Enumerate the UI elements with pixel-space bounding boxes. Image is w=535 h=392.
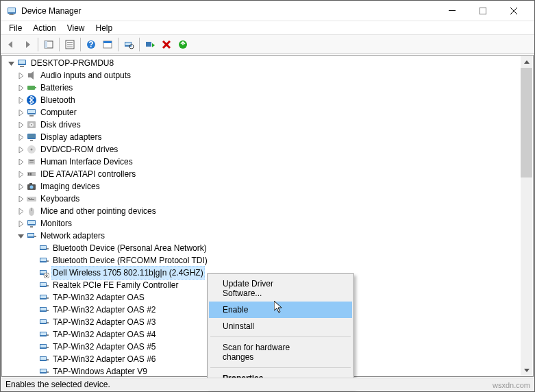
app-icon [6,5,17,16]
spacer [28,280,38,290]
expand-icon[interactable] [16,108,25,117]
scan-hardware-button[interactable] [121,37,136,52]
menu-action[interactable]: Action [27,22,61,34]
svg-rect-44 [30,173,32,175]
svg-rect-15 [103,41,112,43]
tree-category-node[interactable]: IDE ATA/ATAPI controllers [16,168,533,180]
menubar: File Action View Help [1,21,534,35]
forward-button[interactable] [20,37,35,52]
svg-text:?: ? [88,40,93,49]
svg-rect-81 [40,320,46,323]
update-button[interactable] [175,37,190,52]
expand-icon[interactable] [16,145,25,154]
hid-icon [26,156,37,167]
svg-rect-60 [34,236,36,237]
tree-category-node[interactable]: Human Interface Devices [16,156,533,168]
maximize-button[interactable] [467,1,498,21]
expand-icon[interactable] [16,83,25,93]
svg-rect-4 [449,10,456,11]
svg-rect-35 [28,134,35,138]
ctx-scan[interactable]: Scan for hardware changes [209,339,352,365]
svg-rect-7 [45,41,47,48]
tree-category-node[interactable]: Disk drives [16,119,533,131]
computer-icon [16,58,27,69]
tree-category-node[interactable]: Bluetooth [16,94,533,106]
mouse-icon [26,206,37,217]
svg-point-46 [30,186,34,189]
spacer [28,243,38,253]
svg-rect-29 [28,110,35,113]
context-menu: Update Driver Software... Enable Uninsta… [207,273,354,389]
category-label: Bluetooth [39,94,77,106]
expand-icon[interactable] [16,132,25,142]
network-adapter-icon [38,354,49,365]
tree-category-node[interactable]: Display adapters [16,131,533,143]
collapse-icon[interactable] [16,231,25,241]
tree-category-node[interactable]: DVD/CD-ROM drives [16,143,533,156]
action-button[interactable] [100,37,115,52]
svg-rect-56 [28,221,35,224]
tree-category-node[interactable]: Network adapters [16,230,533,242]
close-button[interactable] [498,1,529,21]
ctx-enable[interactable]: Enable [209,302,352,318]
tree-device-node[interactable]: Bluetooth Device (RFCOMM Protocol TDI) [28,254,533,267]
ctx-update-driver[interactable]: Update Driver Software... [209,275,352,302]
show-hide-tree-button[interactable] [41,37,56,52]
menu-view[interactable]: View [62,22,90,34]
enable-button[interactable] [142,37,158,52]
scroll-up-button[interactable] [521,56,532,68]
tree-root-node[interactable]: DESKTOP-PRGMDU8 [3,57,533,69]
tree-category-node[interactable]: Computer [16,106,533,119]
svg-rect-87 [40,345,46,347]
minimize-button[interactable] [436,1,467,21]
expand-icon[interactable] [16,182,25,191]
menu-help[interactable]: Help [90,22,119,34]
svg-rect-9 [67,42,73,43]
tree-category-node[interactable]: Mice and other pointing devices [16,205,533,217]
svg-rect-88 [47,347,49,348]
expand-icon[interactable] [16,157,25,167]
scroll-down-button[interactable] [521,364,532,376]
svg-rect-43 [28,173,29,175]
svg-rect-76 [47,297,49,299]
svg-rect-57 [30,226,33,228]
back-button[interactable] [3,37,18,52]
expand-icon[interactable] [16,95,25,105]
expand-icon[interactable] [16,206,25,216]
svg-rect-59 [28,234,34,236]
display-icon [26,132,37,143]
expand-icon[interactable] [16,219,25,228]
expand-icon[interactable] [16,120,25,130]
category-label: Computer [39,106,78,119]
bluetooth-icon [26,95,37,106]
svg-rect-91 [47,359,49,360]
spacer [28,367,38,376]
expand-icon[interactable] [16,71,25,80]
device-label: TAP-Win32 Adapter OAS #6 [51,353,158,365]
tree-category-node[interactable]: Batteries [16,82,533,94]
expand-icon[interactable] [16,194,25,204]
category-label: Audio inputs and outputs [39,69,132,82]
uninstall-button[interactable] [159,37,174,52]
tree-category-node[interactable]: Audio inputs and outputs [16,69,533,82]
ctx-uninstall[interactable]: Uninstall [209,318,352,334]
properties-button[interactable] [62,37,77,52]
tree-category-node[interactable]: Monitors [16,217,533,230]
network-adapter-icon [38,317,49,328]
tree-device-node[interactable]: Bluetooth Device (Personal Area Network) [28,242,533,254]
svg-rect-93 [40,369,46,372]
scroll-thumb[interactable] [521,68,532,177]
svg-rect-50 [29,198,30,199]
menu-file[interactable]: File [3,22,27,34]
expand-icon[interactable] [6,58,16,68]
help-button[interactable]: ? [84,37,99,52]
category-label: Display adapters [39,131,103,143]
expand-icon[interactable] [16,169,25,179]
vertical-scrollbar[interactable] [521,56,532,376]
ctx-separator [210,336,351,337]
device-label: Bluetooth Device (Personal Area Network) [51,242,208,254]
tree-category-node[interactable]: Keyboards [16,193,533,205]
network-adapter-icon [38,366,49,377]
tree-category-node[interactable]: Imaging devices [16,180,533,193]
network-icon [26,230,37,241]
